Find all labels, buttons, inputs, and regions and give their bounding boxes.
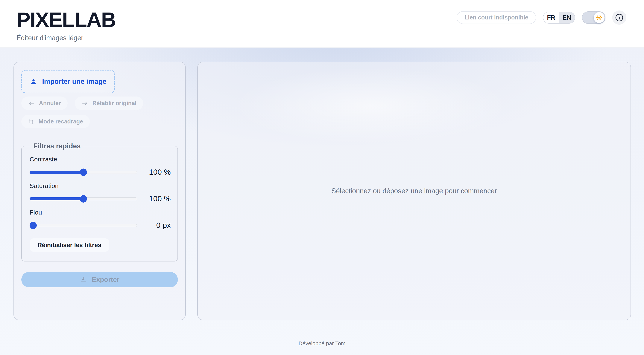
undo-label: Annuler — [39, 100, 61, 107]
upload-icon — [30, 78, 37, 85]
theme-toggle-knob[interactable] — [594, 12, 604, 23]
slider-track[interactable] — [30, 197, 137, 200]
header-controls: Lien court indisponible FR EN — [456, 10, 626, 25]
download-icon — [80, 276, 87, 283]
app-footer: Développé par Tom — [0, 341, 644, 347]
blur-row: 0 px — [30, 221, 171, 230]
slider-fill — [30, 197, 83, 200]
info-button[interactable] — [612, 10, 626, 25]
undo-button[interactable]: Annuler — [21, 96, 68, 110]
main-layout: Importer une image Annuler Rétablir orig… — [0, 48, 644, 320]
quick-filters-legend: Filtres rapides — [31, 142, 83, 150]
tools-panel: Importer une image Annuler Rétablir orig… — [14, 62, 186, 320]
app-header: PIXELLAB Éditeur d'images léger Lien cou… — [0, 0, 644, 48]
slider-track[interactable] — [30, 171, 137, 174]
quick-filters-group: Filtres rapides Contraste 100 % Saturati… — [21, 142, 178, 262]
contrast-value: 100 % — [143, 168, 171, 177]
history-buttons: Annuler Rétablir original — [21, 96, 178, 110]
crop-row: Mode recadrage — [21, 115, 178, 128]
sun-icon — [596, 14, 602, 21]
arrow-right-icon — [82, 100, 88, 107]
crop-icon — [28, 118, 34, 125]
info-icon — [615, 13, 624, 22]
dropzone-placeholder: Sélectionnez ou déposez une image pour c… — [331, 187, 497, 195]
saturation-slider[interactable] — [30, 195, 137, 202]
short-link-button[interactable]: Lien court indisponible — [456, 11, 536, 24]
restore-original-label: Rétablir original — [92, 100, 136, 107]
slider-thumb[interactable] — [80, 169, 87, 176]
saturation-label: Saturation — [30, 182, 171, 189]
canvas-dropzone[interactable]: Sélectionnez ou déposez une image pour c… — [197, 62, 631, 320]
import-image-label: Importer une image — [42, 78, 106, 85]
export-button[interactable]: Exporter — [21, 272, 178, 287]
export-label: Exporter — [92, 276, 120, 284]
contrast-label: Contraste — [30, 156, 171, 163]
arrow-left-icon — [28, 100, 35, 107]
app-root: PIXELLAB Éditeur d'images léger Lien cou… — [0, 0, 644, 355]
language-option-en[interactable]: EN — [559, 12, 575, 23]
blur-slider[interactable] — [30, 222, 137, 229]
contrast-row: 100 % — [30, 168, 171, 177]
restore-original-button[interactable]: Rétablir original — [75, 96, 143, 110]
slider-track[interactable] — [30, 224, 137, 227]
language-toggle[interactable]: FR EN — [543, 11, 575, 23]
crop-mode-label: Mode recadrage — [38, 118, 83, 125]
saturation-row: 100 % — [30, 194, 171, 203]
slider-fill — [30, 171, 83, 174]
slider-thumb[interactable] — [80, 195, 87, 203]
language-option-fr[interactable]: FR — [543, 12, 559, 23]
page-body: Importer une image Annuler Rétablir orig… — [0, 48, 644, 355]
theme-toggle[interactable] — [582, 11, 606, 24]
contrast-slider[interactable] — [30, 169, 137, 176]
import-image-button[interactable]: Importer une image — [21, 70, 115, 93]
footer-credit: Développé par Tom — [0, 341, 644, 347]
saturation-value: 100 % — [143, 194, 171, 203]
reset-filters-button[interactable]: Réinitialiser les filtres — [30, 238, 109, 252]
slider-thumb[interactable] — [30, 222, 37, 229]
app-subtitle: Éditeur d'images léger — [16, 34, 644, 42]
blur-label: Flou — [30, 209, 171, 216]
crop-mode-button[interactable]: Mode recadrage — [21, 115, 90, 128]
blur-value: 0 px — [143, 221, 171, 230]
